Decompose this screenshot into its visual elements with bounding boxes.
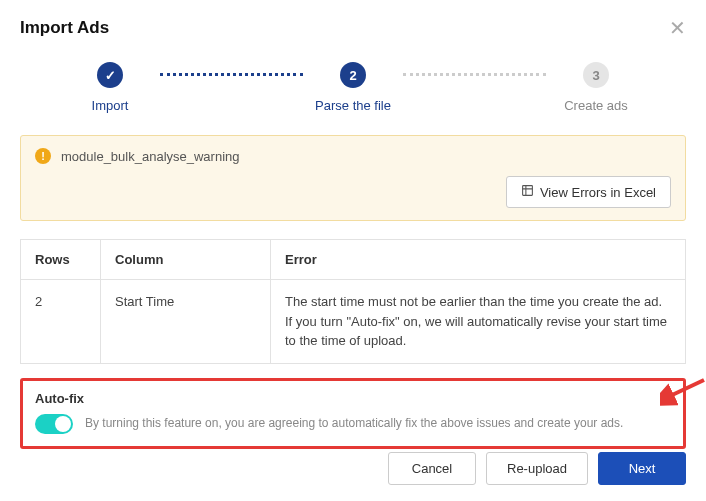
step-connector xyxy=(403,73,546,76)
dialog-footer: Cancel Re-upload Next xyxy=(388,452,686,485)
annotation-arrow-icon xyxy=(660,374,706,410)
cell-column: Start Time xyxy=(101,280,271,364)
step-connector xyxy=(160,73,303,76)
reupload-button[interactable]: Re-upload xyxy=(486,452,588,485)
table-header: Rows Column Error xyxy=(21,240,686,280)
autofix-title: Auto-fix xyxy=(35,391,671,406)
warning-line: ! module_bulk_analyse_warning xyxy=(35,148,671,164)
autofix-toggle[interactable] xyxy=(35,414,73,434)
step-create: 3 Create ads xyxy=(546,62,646,113)
next-button[interactable]: Next xyxy=(598,452,686,485)
cancel-button[interactable]: Cancel xyxy=(388,452,476,485)
table-row: 2 Start Time The start time must not be … xyxy=(21,280,686,364)
svg-line-2 xyxy=(670,380,704,396)
cell-row: 2 xyxy=(21,280,101,364)
toggle-knob xyxy=(55,416,71,432)
view-errors-label: View Errors in Excel xyxy=(540,185,656,200)
step-number: 3 xyxy=(583,62,609,88)
step-import: ✓ Import xyxy=(60,62,160,113)
autofix-description: By turning this feature on, you are agre… xyxy=(85,415,623,432)
warning-banner: ! module_bulk_analyse_warning View Error… xyxy=(20,135,686,221)
step-parse: 2 Parse the file xyxy=(303,62,403,113)
dialog-title: Import Ads xyxy=(20,18,109,38)
autofix-row: By turning this feature on, you are agre… xyxy=(35,414,671,434)
col-column: Column xyxy=(101,240,271,280)
stepper: ✓ Import 2 Parse the file 3 Create ads xyxy=(20,62,686,113)
svg-rect-0 xyxy=(523,186,533,196)
cell-error: The start time must not be earlier than … xyxy=(271,280,686,364)
autofix-section: Auto-fix By turning this feature on, you… xyxy=(20,378,686,449)
errors-table: Rows Column Error 2 Start Time The start… xyxy=(20,239,686,364)
check-icon: ✓ xyxy=(97,62,123,88)
warning-actions: View Errors in Excel xyxy=(35,176,671,208)
step-label: Parse the file xyxy=(315,98,391,113)
col-error: Error xyxy=(271,240,686,280)
close-icon[interactable]: ✕ xyxy=(669,18,686,38)
step-number: 2 xyxy=(340,62,366,88)
col-rows: Rows xyxy=(21,240,101,280)
step-label: Create ads xyxy=(564,98,628,113)
excel-icon xyxy=(521,184,534,200)
step-label: Import xyxy=(92,98,129,113)
view-errors-button[interactable]: View Errors in Excel xyxy=(506,176,671,208)
import-ads-dialog: Import Ads ✕ ✓ Import 2 Parse the file 3… xyxy=(0,0,706,467)
warning-message: module_bulk_analyse_warning xyxy=(61,149,240,164)
dialog-header: Import Ads ✕ xyxy=(20,18,686,38)
warning-icon: ! xyxy=(35,148,51,164)
